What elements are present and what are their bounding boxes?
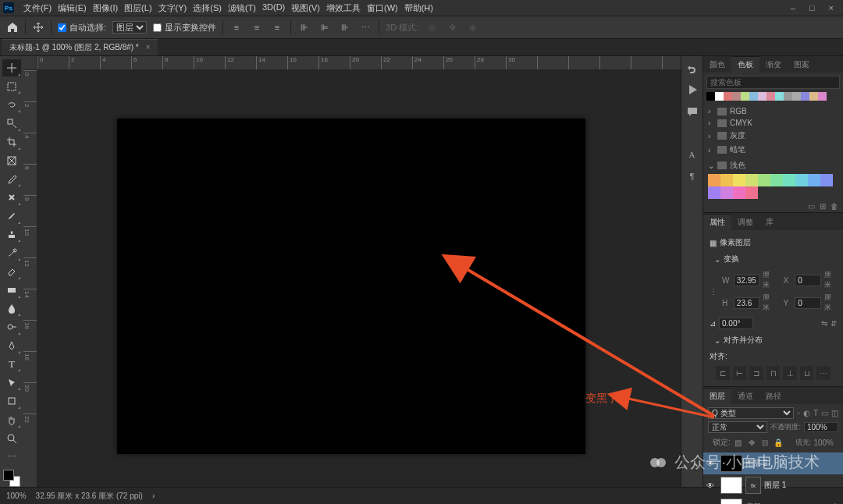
transform-section[interactable]: ⌄变换 — [710, 250, 837, 268]
filter-smart-icon[interactable]: ◫ — [831, 409, 838, 417]
panel-tab[interactable]: 颜色 — [703, 57, 731, 73]
tab-close-icon[interactable]: × — [146, 43, 151, 51]
clone-tool[interactable] — [2, 226, 21, 243]
panel-tab[interactable]: 图层 — [703, 388, 731, 404]
filter-type-icon[interactable]: T — [813, 409, 818, 417]
lasso-tool[interactable] — [2, 96, 21, 113]
minimize-button[interactable]: – — [791, 3, 795, 12]
new-group-icon[interactable]: ▭ — [808, 202, 815, 211]
distribute-h-icon[interactable]: ⊪ — [297, 20, 311, 34]
pen-tool[interactable] — [2, 337, 21, 354]
blend-mode-select[interactable]: 正常 — [708, 421, 767, 433]
edit-toolbar[interactable]: ⋯ — [2, 448, 21, 465]
angle-field[interactable]: 0.00° — [719, 318, 753, 329]
panel-tab[interactable]: 路径 — [759, 389, 788, 404]
document-canvas[interactable] — [117, 119, 585, 454]
zoom-level[interactable]: 100% — [6, 492, 27, 500]
lock-pixels-icon[interactable]: ▨ — [733, 437, 744, 448]
align-r-icon[interactable]: ⊐ — [749, 366, 763, 380]
menu-item[interactable]: 文件(F) — [20, 2, 55, 14]
layer-filter-select[interactable]: Q 类型 — [708, 407, 794, 419]
auto-select-checkbox[interactable]: 自动选择: — [58, 22, 106, 34]
panel-tab[interactable]: 属性 — [703, 214, 731, 230]
swatch-folder[interactable]: ›RGB — [703, 105, 843, 117]
filter-img-icon[interactable]: ▫ — [797, 409, 800, 417]
width-field[interactable]: 32.95 — [734, 275, 759, 286]
link-wh-icon[interactable]: ⋮ — [710, 287, 717, 296]
align-t-icon[interactable]: ⊓ — [767, 366, 781, 380]
selection-tool[interactable] — [2, 115, 21, 132]
history-icon[interactable] — [685, 61, 699, 75]
swatch-folder[interactable]: ›蜡笔 — [703, 143, 843, 157]
align-b-icon[interactable]: ⊔ — [800, 366, 814, 380]
document-tab[interactable]: 未标题-1 @ 100% (图层 2, RGB/8#) * × — [2, 39, 158, 55]
color-swatches[interactable] — [3, 470, 20, 487]
move-tool[interactable] — [2, 59, 21, 76]
opacity-field[interactable]: 100% — [804, 422, 838, 432]
panel-tab[interactable]: 图案 — [788, 57, 816, 73]
flip-h-icon[interactable]: ⇋ — [821, 319, 827, 328]
panel-tab[interactable]: 库 — [759, 215, 780, 230]
history-brush-tool[interactable] — [2, 244, 21, 261]
blur-tool[interactable] — [2, 300, 21, 318]
eraser-tool[interactable] — [2, 263, 21, 280]
lock-all-icon[interactable]: 🔒 — [773, 437, 784, 448]
delete-swatch-icon[interactable]: 🗑 — [831, 202, 838, 211]
comment-icon[interactable] — [685, 105, 699, 119]
filter-adj-icon[interactable]: ◐ — [803, 409, 810, 417]
healing-tool[interactable] — [2, 189, 21, 206]
canvas-area[interactable]: 024681012141618202224262830 024681012141… — [23, 56, 681, 487]
character-icon[interactable]: A — [685, 150, 699, 164]
menu-item[interactable]: 窗口(W) — [364, 2, 401, 14]
zoom-tool[interactable] — [2, 430, 21, 447]
swatch-folder[interactable]: ›CMYK — [703, 117, 843, 129]
align-ch-icon[interactable]: ⊢ — [733, 366, 747, 380]
distribute-icon[interactable]: ⊪ — [338, 20, 352, 34]
panel-tab[interactable]: 通道 — [731, 389, 759, 404]
align-section[interactable]: ⌄对齐并分布 — [710, 332, 837, 349]
gradient-tool[interactable] — [2, 282, 21, 299]
document-info[interactable]: 32.95 厘米 x 23.6 厘米 (72 ppi) — [36, 491, 143, 502]
hand-tool[interactable] — [2, 411, 21, 428]
home-icon[interactable] — [6, 21, 19, 34]
menu-item[interactable]: 图像(I) — [90, 2, 121, 14]
more-align-icon[interactable]: ⋯ — [358, 20, 372, 34]
swatch-folder-open[interactable]: ⌄浅色 — [703, 158, 843, 172]
align-l-icon[interactable]: ⊏ — [716, 366, 730, 380]
align-more-icon[interactable]: ⋯ — [816, 366, 831, 380]
menu-item[interactable]: 选择(S) — [190, 2, 225, 14]
show-transform-checkbox[interactable]: 显示变换控件 — [153, 22, 216, 34]
eyedropper-tool[interactable] — [2, 170, 21, 187]
panel-tab[interactable]: 渐变 — [759, 57, 788, 73]
panel-tab[interactable]: 调整 — [731, 215, 759, 230]
brush-tool[interactable] — [2, 208, 21, 225]
layer-row[interactable]: 👁fx图层 1 — [703, 474, 843, 496]
filter-shape-icon[interactable]: ▭ — [821, 409, 828, 417]
dodge-tool[interactable] — [2, 318, 21, 335]
menu-item[interactable]: 视图(V) — [288, 2, 323, 14]
lock-nest-icon[interactable]: ⊟ — [759, 437, 770, 448]
type-tool[interactable]: T — [2, 356, 21, 373]
path-select-tool[interactable] — [2, 374, 21, 391]
flip-v-icon[interactable]: ⇵ — [831, 319, 837, 328]
panel-tab[interactable]: 色板 — [731, 56, 759, 73]
height-field[interactable]: 23.6 — [734, 297, 759, 309]
lock-position-icon[interactable]: ✥ — [746, 437, 757, 448]
menu-item[interactable]: 文字(Y) — [155, 2, 190, 14]
new-swatch-icon[interactable]: ⊞ — [820, 202, 826, 211]
fill-field[interactable]: 100% — [813, 438, 834, 447]
close-button[interactable]: × — [829, 3, 834, 12]
maximize-button[interactable]: □ — [809, 3, 815, 12]
align-left-icon[interactable]: ≡ — [229, 20, 244, 34]
light-swatches[interactable] — [703, 172, 843, 201]
menu-item[interactable]: 图层(L) — [121, 2, 155, 14]
menu-item[interactable]: 滤镜(T) — [225, 2, 259, 14]
shape-tool[interactable] — [2, 392, 21, 410]
distribute-v-icon[interactable]: ⊫ — [318, 20, 332, 34]
paragraph-icon[interactable]: ¶ — [685, 172, 699, 186]
frame-tool[interactable] — [2, 152, 21, 169]
swatch-folder[interactable]: ›灰度 — [703, 129, 843, 143]
menu-item[interactable]: 增效工具 — [323, 2, 364, 14]
status-arrow-icon[interactable]: › — [152, 492, 155, 500]
swatch-search-input[interactable] — [706, 76, 840, 89]
